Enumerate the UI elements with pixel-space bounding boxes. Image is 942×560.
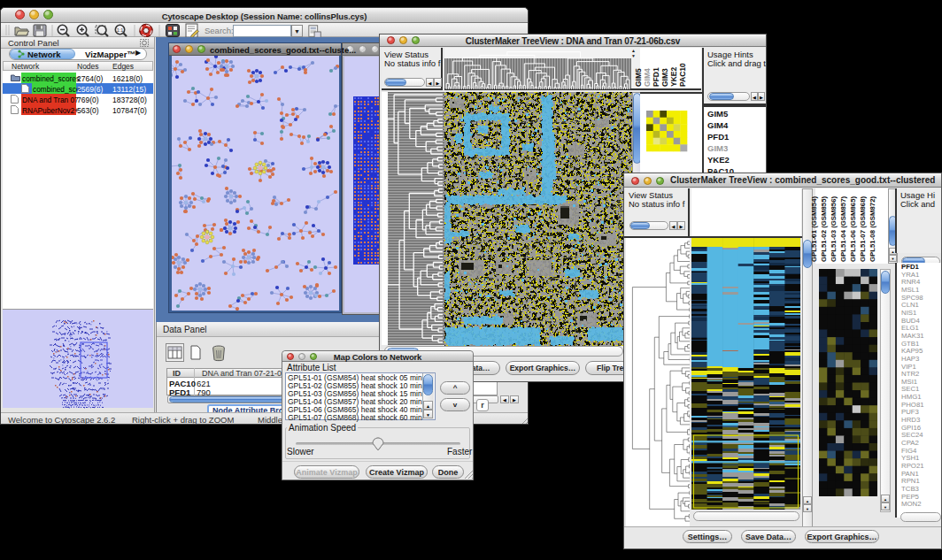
svg-text:1:1: 1:1 xyxy=(117,27,124,33)
svg-text:Search:: Search: xyxy=(205,26,234,35)
